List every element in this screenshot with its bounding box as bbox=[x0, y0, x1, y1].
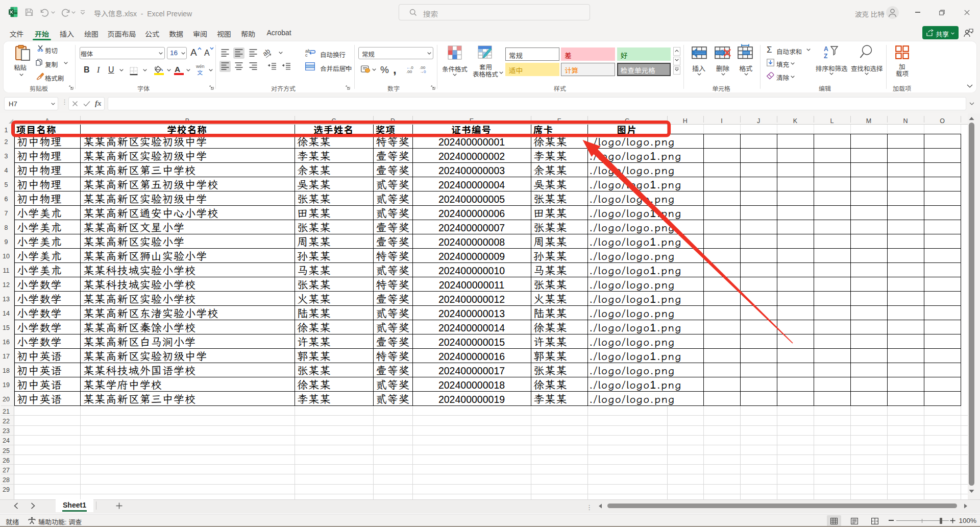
svg-text:.00: .00 bbox=[406, 69, 412, 74]
svg-text:c: c bbox=[305, 53, 308, 58]
svg-text:0: 0 bbox=[424, 69, 426, 74]
svg-text:→: → bbox=[420, 69, 424, 74]
svg-text:Z: Z bbox=[824, 53, 827, 60]
svg-text:A: A bbox=[824, 45, 828, 53]
